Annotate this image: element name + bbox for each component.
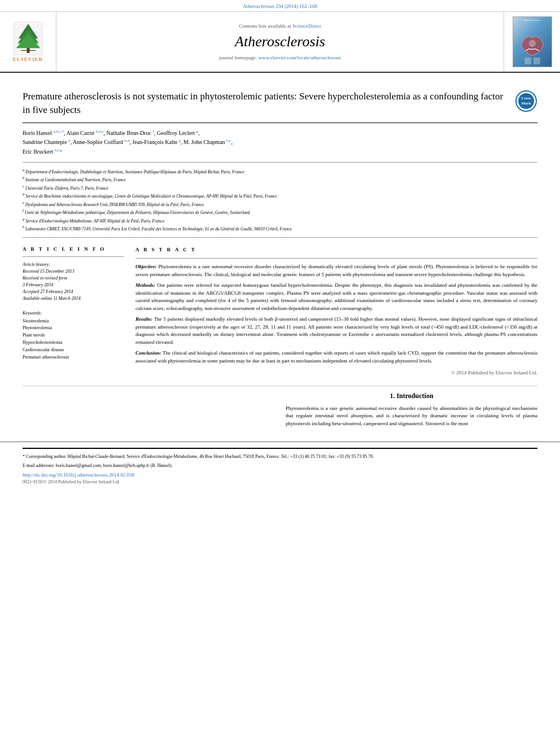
- keyword-3: Plant sterols: [23, 332, 124, 339]
- intro-section-title: 1. Introduction: [286, 392, 537, 400]
- keywords-section: Keywords: Sitosterolemia Phytosterolemia…: [23, 311, 124, 361]
- affiliation-d: d Service de Biochimie endocrinienne et …: [23, 191, 537, 200]
- cover-icon-1: [524, 58, 531, 64]
- article-title-text: Premature atherosclerosis is not systema…: [23, 90, 506, 117]
- article-info-section: A R T I C L E I N F O Article history: R…: [23, 246, 124, 302]
- author-geoffroy: Geoffroy Leclert g: [157, 130, 198, 136]
- abstract-methods: Methods: Our patients were referred for …: [135, 282, 537, 312]
- methods-label: Methods:: [135, 282, 155, 288]
- objective-text: Phytosterolemia is a rare autosomal rece…: [135, 264, 537, 277]
- elsevier-label: ELSEVIER: [13, 56, 43, 62]
- affiliation-c: c Université Paris–Diderot, Paris 7, Par…: [23, 184, 537, 192]
- cover-icon-2: [533, 58, 540, 64]
- author-jean-francois: Jean-François Kahn g: [132, 139, 181, 145]
- footnote-text: * Corresponding author. Hôpital Bichat-C…: [23, 453, 537, 461]
- journal-header: ELSEVIER Contents lists available at Sci…: [0, 12, 560, 73]
- methods-text: Our patients were referred for suspected…: [135, 282, 537, 311]
- keyword-2: Phytosterolemia: [23, 325, 124, 332]
- journal-title-area: Contents lists available at ScienceDirec…: [56, 12, 504, 72]
- affiliation-a: a Département d'Endocrinologie, Diabétol…: [23, 167, 537, 176]
- article-main-title: Premature atherosclerosis is not systema…: [23, 90, 506, 117]
- homepage-prefix: journal homepage:: [219, 55, 258, 60]
- svg-point-7: [528, 40, 536, 47]
- intro-left-col: [23, 392, 274, 428]
- journal-homepage-line[interactable]: journal homepage: www.elsevier.com/locat…: [219, 55, 341, 60]
- conclusion-text: The clinical and biological characterist…: [135, 350, 537, 364]
- keyword-4: Hypercholesterolemia: [23, 339, 124, 347]
- keyword-1: Sitosterolemia: [23, 318, 124, 325]
- abstract-heading: A B S T R A C T: [135, 246, 537, 254]
- abstract-results: Results: The 5 patients displayed marked…: [135, 316, 537, 346]
- doi-anchor[interactable]: http://dx.doi.org/10.1016/j.atherosclero…: [23, 472, 134, 478]
- journal-name: Atherosclerosis: [235, 33, 325, 50]
- elsevier-logo-area: ELSEVIER: [0, 12, 56, 72]
- svg-text:Cross: Cross: [522, 96, 531, 101]
- affiliation-e: e Dyslipidemia and Atherosclerosis Resea…: [23, 200, 537, 208]
- revised-label: Received in revised form: [23, 275, 124, 282]
- intro-paragraph1: Phytosterolemia is a rare genetic autoso…: [286, 405, 537, 428]
- conclusion-label: Conclusion:: [135, 350, 161, 356]
- abstract-conclusion: Conclusion: The clinical and biological …: [135, 350, 537, 365]
- elsevier-tree-icon: [11, 21, 45, 55]
- history-label: Article history:: [23, 261, 124, 268]
- copyright-line: © 2014 Published by Elsevier Ireland Ltd…: [135, 369, 537, 377]
- right-column: A B S T R A C T Objective: Phytosterolem…: [135, 246, 537, 377]
- intro-two-col: 1. Introduction Phytosterolemia is a rar…: [23, 392, 537, 428]
- cover-journal-title: atherosclerosis: [514, 19, 550, 21]
- affiliation-b: b Institute of Cardiometabolism and Nutr…: [23, 175, 537, 184]
- authors-line: Boris Hansel a,b,c,*, Alain Carrié b,d,e…: [23, 129, 537, 156]
- journal-reference-bar: Atherosclerosis 234 (2014) 162–168: [0, 0, 560, 12]
- footnote-content: * Corresponding author. Hôpital Bichat-C…: [23, 454, 374, 459]
- results-text: The 5 patients displayed markedly elevat…: [135, 316, 537, 345]
- keyword-6: Premature atherosclerosis: [23, 354, 124, 361]
- results-label: Results:: [135, 316, 152, 322]
- revised-date: 3 February 2014: [23, 282, 124, 289]
- crossmark-icon: Cross Mark: [515, 90, 537, 112]
- doi-link[interactable]: http://dx.doi.org/10.1016/j.atherosclero…: [23, 472, 537, 478]
- author-anne-sophie: Anne-Sophie Coiffard b,d: [73, 139, 129, 145]
- article-content: Premature atherosclerosis is not systema…: [0, 73, 560, 442]
- article-title-section: Premature atherosclerosis is not systema…: [23, 81, 537, 123]
- sciencedirect-link[interactable]: ScienceDirect: [292, 23, 321, 29]
- homepage-url[interactable]: www.elsevier.com/locate/atherosclerosis: [259, 55, 341, 60]
- author-john: M. John Chapman b,e: [183, 139, 231, 145]
- two-column-layout: A R T I C L E I N F O Article history: R…: [23, 238, 537, 386]
- abstract-objective: Objective: Phytosterolemia is a rare aut…: [135, 263, 537, 278]
- article-history: Article history: Received 15 December 20…: [23, 261, 124, 302]
- abstract-divider: [135, 258, 537, 259]
- svg-text:Mark: Mark: [521, 101, 531, 106]
- author-nathalie: Nathalie Brun-Druc f: [106, 130, 154, 136]
- article-footer: * Corresponding author. Hôpital Bichat-C…: [0, 442, 560, 490]
- crossmark-badge[interactable]: Cross Mark: [515, 90, 537, 112]
- author-eric: Eric Bruckert b,e,g: [23, 148, 62, 155]
- email-addresses: boris.hansel@gmail.com, boris.hansel@bch…: [56, 463, 173, 468]
- cover-icons-area: [524, 58, 540, 64]
- abstract-section: A B S T R A C T Objective: Phytosterolem…: [135, 246, 537, 377]
- sciencedirect-link-line[interactable]: Contents lists available at ScienceDirec…: [239, 23, 321, 29]
- sciencedirect-prefix: Contents lists available at: [239, 23, 292, 29]
- author-sandrine: Sandrine Chantepie h: [23, 139, 71, 145]
- affiliation-f: f Unité de Néphrologie-Métabolisme pédia…: [23, 208, 537, 216]
- online-date: Available online 11 March 2014: [23, 295, 124, 302]
- section-title: Introduction: [396, 392, 433, 400]
- introduction-section: 1. Introduction Phytosterolemia is a rar…: [23, 386, 537, 434]
- affiliation-g: g Service d'Endocrinologie-Métabolisme, …: [23, 216, 537, 225]
- intro-right-col: 1. Introduction Phytosterolemia is a rar…: [286, 392, 537, 428]
- author-alain: Alain Carrié b,d,e: [66, 130, 103, 136]
- received-date: Received 15 December 2013: [23, 268, 124, 275]
- journal-cover-image: atherosclerosis: [513, 16, 552, 67]
- elsevier-logo: ELSEVIER: [11, 21, 45, 62]
- objective-label: Objective:: [135, 264, 156, 269]
- affiliations-section: a Département d'Endocrinologie, Diabétol…: [23, 163, 537, 238]
- affiliation-h: h Laboratoire CRRET, FAC/CNRS-7149, Univ…: [23, 224, 537, 233]
- author-boris: Boris Hansel a,b,c,*: [23, 130, 64, 136]
- keywords-label: Keywords:: [23, 311, 124, 316]
- journal-cover-area: atherosclerosis: [504, 12, 560, 72]
- cover-art-icon: [515, 27, 549, 58]
- info-divider: [23, 256, 124, 257]
- issn-line: 0021-9150/© 2014 Published by Elsevier I…: [23, 479, 537, 484]
- keyword-5: Cardiovascular disease: [23, 347, 124, 354]
- accepted-date: Accepted 27 February 2014: [23, 289, 124, 295]
- email-label: E-mail addresses:: [23, 463, 55, 468]
- journal-reference-text: Atherosclerosis 234 (2014) 162–168: [243, 3, 317, 9]
